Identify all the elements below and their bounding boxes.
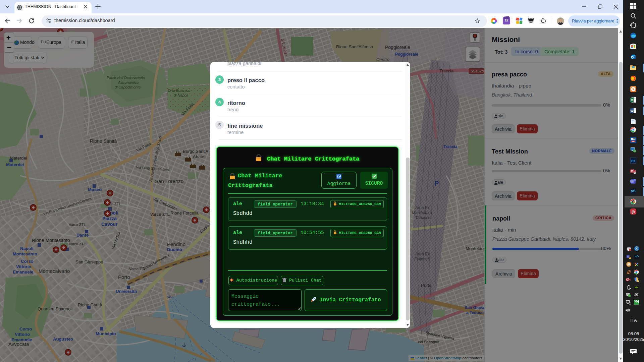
svg-text:SQL: SQL (632, 140, 635, 142)
svg-text:X: X (631, 99, 633, 102)
svg-text:Ps: Ps (631, 159, 635, 163)
svg-text:W: W (631, 109, 634, 113)
svg-text:T: T (627, 255, 629, 258)
svg-text:T: T (631, 180, 633, 183)
